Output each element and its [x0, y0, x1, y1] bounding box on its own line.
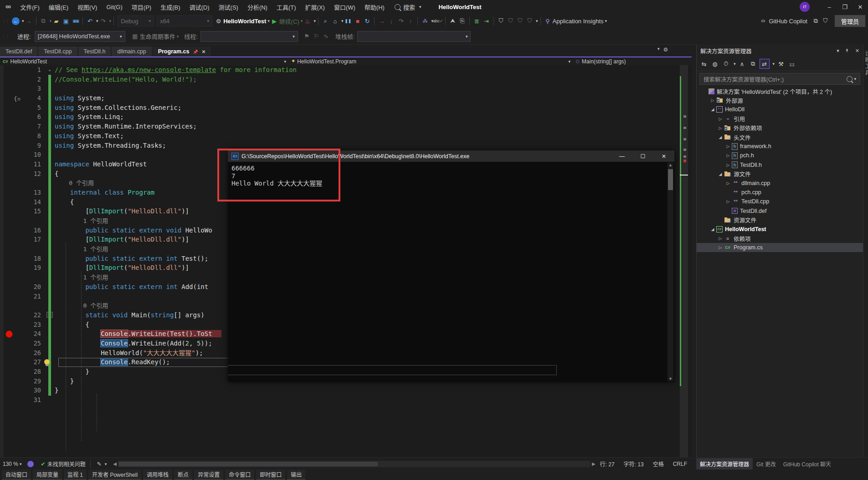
- thread-dropdown[interactable]: ▾: [200, 31, 298, 42]
- zoom-dropdown[interactable]: 130 %▾: [0, 461, 25, 467]
- solution-search-input[interactable]: 搜索解决方案资源管理器(Ctrl+;) ▾: [699, 73, 860, 85]
- scroll-right-icon[interactable]: ▶: [592, 461, 596, 466]
- expander-icon[interactable]: ▷: [717, 126, 724, 130]
- search-box[interactable]: 搜索 ▾: [389, 3, 427, 11]
- toolbar-grip[interactable]: ⋮⋮: [2, 19, 9, 23]
- breadcrumb-project[interactable]: C# HelloWorldTest▾: [0, 57, 289, 65]
- prev-bookmark-icon[interactable]: [507, 17, 514, 25]
- pin-icon[interactable]: 🖈: [845, 48, 850, 53]
- tree-item[interactable]: ▷⧈依赖项: [697, 234, 863, 243]
- tree-item[interactable]: ▤TestDll.def: [697, 206, 863, 215]
- wrench-icon[interactable]: ⚒: [776, 59, 786, 68]
- tool-window-tab[interactable]: 异常设置: [194, 470, 223, 480]
- code-line[interactable]: 2//Console.WriteLine("Hello, World!");: [0, 75, 692, 84]
- tool-window-tab[interactable]: 开发者 PowerShell: [88, 470, 141, 480]
- expander-icon[interactable]: ▷: [717, 236, 724, 241]
- show-flagged-only-icon[interactable]: [322, 32, 330, 40]
- menu-item[interactable]: 测试(S): [214, 0, 243, 14]
- toolbar-grip[interactable]: ⋮⋮: [2, 34, 9, 39]
- panel-tab[interactable]: 解决方案资源管理器: [696, 458, 753, 470]
- menu-item[interactable]: 帮助(H): [360, 0, 389, 14]
- close-icon[interactable]: [202, 48, 205, 55]
- configuration-dropdown[interactable]: Debug▾: [118, 15, 154, 26]
- save-icon[interactable]: [62, 17, 70, 25]
- spell-check-icon[interactable]: [434, 17, 442, 25]
- menu-item[interactable]: 文件(F): [15, 0, 44, 14]
- lifecycle-label[interactable]: 生命周期事件: [140, 32, 175, 41]
- collapsed-tab-label[interactable]: 诊断工具: [863, 51, 868, 76]
- code-line[interactable]: 3: [0, 84, 692, 93]
- tree-item[interactable]: ◢▼源文件: [697, 170, 863, 179]
- expander-icon[interactable]: ▷: [717, 245, 724, 250]
- tree-item[interactable]: ▷↗外部依赖项: [697, 124, 863, 133]
- panel-tab[interactable]: Git 更改: [753, 458, 780, 470]
- step-over-icon[interactable]: [397, 17, 405, 25]
- console-maximize-button[interactable]: ☐: [632, 150, 653, 162]
- tool-window-tab[interactable]: 局部变量: [33, 470, 62, 480]
- history-icon[interactable]: ⏱: [721, 59, 730, 68]
- console-close-button[interactable]: ✕: [653, 150, 674, 162]
- expander-icon[interactable]: ▷: [724, 144, 732, 149]
- expander-icon[interactable]: ◢: [717, 135, 724, 139]
- code-line[interactable]: 30}: [0, 386, 692, 395]
- undo-icon[interactable]: [86, 17, 94, 25]
- expander-icon[interactable]: ▷: [724, 163, 732, 167]
- format-document-icon[interactable]: [473, 17, 481, 25]
- line-ending-indicator[interactable]: CRLF: [668, 461, 692, 467]
- close-icon[interactable]: ✕: [855, 48, 859, 54]
- code-line[interactable]: 9using System.Threading.Tasks;: [0, 141, 692, 150]
- continue-play-icon[interactable]: [271, 17, 278, 25]
- tree-item[interactable]: ▷⁺⁺TestDll.cpp: [697, 197, 863, 206]
- tree-item[interactable]: ▷C#Program.cs: [697, 243, 863, 252]
- hot-reload-icon[interactable]: [303, 17, 311, 25]
- pin-icon[interactable]: [193, 48, 198, 55]
- menu-item[interactable]: 项目(P): [127, 0, 156, 14]
- chevron-down-icon[interactable]: ▾: [837, 48, 839, 54]
- code-line[interactable]: 1⌄// See https://aka.ms/new-console-temp…: [0, 65, 692, 75]
- menu-item[interactable]: 调试(D): [185, 0, 214, 14]
- github-copilot-label[interactable]: GitHub Copilot: [769, 18, 807, 25]
- stop-debugging-icon[interactable]: [354, 17, 361, 25]
- code-line[interactable]: 6using System.Linq;: [0, 112, 692, 122]
- line-indicator[interactable]: 行: 27: [596, 460, 619, 468]
- save-all-icon[interactable]: [72, 17, 79, 25]
- tool-window-tab[interactable]: 监视 1: [64, 470, 87, 480]
- breadcrumb-member[interactable]: ⬡ Main(string[] args): [573, 57, 692, 65]
- expander-icon[interactable]: ◢: [709, 107, 716, 112]
- code-line[interactable]: 5using System.Collections.Generic;: [0, 103, 692, 113]
- tree-item[interactable]: ▷hframework.h: [697, 142, 863, 151]
- save-layout-icon[interactable]: [822, 17, 829, 25]
- expander-icon[interactable]: ▷: [709, 98, 716, 103]
- code-line[interactable]: 7using System.Runtime.InteropServices;: [0, 122, 692, 131]
- chevron-down-icon[interactable]: ▾: [734, 62, 736, 66]
- expander-icon[interactable]: ▷: [717, 117, 724, 121]
- document-list-icon[interactable]: ▾: [657, 46, 660, 53]
- find-in-files-icon[interactable]: [322, 17, 329, 25]
- console-minimize-button[interactable]: —: [611, 150, 632, 162]
- platform-dropdown[interactable]: x64▾: [157, 15, 212, 26]
- live-share-icon[interactable]: [27, 461, 34, 467]
- code-line[interactable]: 8using System.Text;: [0, 131, 692, 141]
- select-pointer-icon[interactable]: [449, 17, 457, 25]
- bookmark-icon[interactable]: [497, 17, 505, 25]
- pending-changes-icon[interactable]: ◍: [710, 59, 719, 68]
- tree-item[interactable]: ▷↗外部源: [697, 96, 863, 105]
- editor-tab[interactable]: TestDll.def: [0, 46, 37, 57]
- process-dropdown[interactable]: [26648] HelloWorldTest.exe▾: [35, 31, 125, 42]
- code-line[interactable]: 4⌄using System;: [0, 93, 692, 103]
- codelens-references[interactable]: 0 个引用: [55, 180, 94, 186]
- tree-item[interactable]: ▷hpch.h: [697, 151, 863, 160]
- codelens-references[interactable]: 1 个引用: [55, 246, 108, 253]
- new-file-icon[interactable]: [40, 17, 47, 25]
- show-output-icon[interactable]: [331, 17, 339, 25]
- menu-item[interactable]: 扩展(X): [301, 0, 329, 14]
- open-file-icon[interactable]: [52, 17, 60, 25]
- panel-tab[interactable]: GitHub Copilot 聊天: [780, 458, 835, 470]
- pen-icon[interactable]: ✎: [97, 461, 102, 467]
- tool-window-tab[interactable]: 自动窗口: [2, 470, 31, 480]
- breakpoint-dot[interactable]: [5, 330, 13, 338]
- lifecycle-events-icon[interactable]: [131, 32, 139, 40]
- scroll-left-icon[interactable]: ◀: [113, 461, 117, 466]
- step-into-icon[interactable]: [387, 17, 395, 25]
- sync-with-active-document-icon[interactable]: ⇄: [760, 59, 770, 69]
